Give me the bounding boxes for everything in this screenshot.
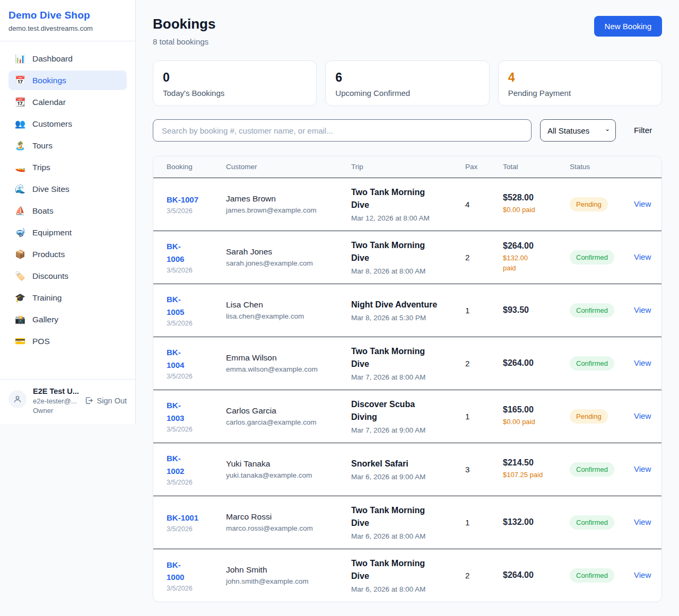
booking-id-link[interactable]: BK- 1005 bbox=[167, 293, 221, 318]
sidebar-item-discounts[interactable]: 🏷️ Discounts bbox=[8, 266, 127, 286]
sidebar-item-customers[interactable]: 👥 Customers bbox=[8, 114, 127, 134]
customer-name: James Brown bbox=[226, 194, 346, 204]
total-amount: $132.00 bbox=[503, 517, 564, 527]
avatar bbox=[8, 390, 27, 408]
trip-datetime: Mar 6, 2026 at 9:00 AM bbox=[351, 473, 460, 481]
booking-id-link[interactable]: BK- 1000 bbox=[167, 559, 221, 584]
paid-amount: $107.25 paid bbox=[503, 470, 564, 480]
status-badge: Confirmed bbox=[570, 462, 614, 477]
trip-datetime: Mar 7, 2026 at 8:00 AM bbox=[351, 373, 460, 381]
view-link[interactable]: View bbox=[634, 252, 651, 261]
trip-name: Two Tank Morning Dive bbox=[351, 557, 460, 583]
sidebar: Demo Dive Shop demo.test.divestreams.com… bbox=[0, 0, 136, 424]
sidebar-item-label: POS bbox=[32, 337, 50, 346]
customer-name: Sarah Jones bbox=[226, 247, 346, 257]
sidebar-item-gallery[interactable]: 📸 Gallery bbox=[8, 310, 127, 329]
sidebar-item-dashboard[interactable]: 📊 Dashboard bbox=[8, 49, 127, 68]
booking-id-link[interactable]: BK- 1002 bbox=[167, 452, 221, 477]
sidebar-item-training[interactable]: 🎓 Training bbox=[8, 288, 127, 307]
trip-name: Night Dive Adventure bbox=[351, 298, 460, 311]
view-link[interactable]: View bbox=[634, 305, 651, 314]
sidebar-item-dive-sites[interactable]: 🌊 Dive Sites bbox=[8, 179, 127, 199]
booking-date: 3/5/2026 bbox=[167, 320, 221, 327]
page-header: Bookings 8 total bookings New Booking bbox=[153, 16, 662, 46]
booking-date: 3/5/2026 bbox=[167, 426, 221, 433]
view-link[interactable]: View bbox=[634, 464, 651, 473]
filter-button[interactable]: Filter bbox=[634, 126, 652, 135]
sidebar-item-boats[interactable]: ⛵ Boats bbox=[8, 201, 127, 221]
total-amount: $264.00 bbox=[503, 570, 564, 580]
customer-name: Emma Wilson bbox=[226, 353, 346, 363]
island-icon: 🏝️ bbox=[15, 140, 25, 151]
sailboat-icon: ⛵ bbox=[15, 206, 25, 216]
trip-datetime: Mar 8, 2026 at 5:30 PM bbox=[351, 314, 460, 322]
view-link[interactable]: View bbox=[634, 358, 651, 367]
customer-name: Marco Rossi bbox=[226, 512, 346, 522]
pax-count: 1 bbox=[465, 518, 498, 527]
bookings-table-card: Booking Customer Trip Pax Total Status B… bbox=[153, 156, 662, 602]
pax-count: 4 bbox=[465, 200, 498, 209]
sign-out-label: Sign Out bbox=[97, 397, 127, 405]
sidebar-item-label: Customers bbox=[32, 119, 72, 129]
sidebar-item-label: Boats bbox=[32, 206, 54, 216]
sidebar-item-label: Training bbox=[32, 293, 62, 303]
sidebar-item-label: Gallery bbox=[32, 315, 58, 324]
sidebar-item-label: Dive Sites bbox=[32, 184, 69, 194]
view-link[interactable]: View bbox=[634, 570, 651, 579]
pax-count: 3 bbox=[465, 465, 498, 474]
total-amount: $264.00 bbox=[503, 241, 564, 251]
status-filter-select[interactable]: All Statuses bbox=[540, 119, 616, 142]
person-icon bbox=[13, 395, 22, 403]
page-title: Bookings bbox=[153, 16, 215, 32]
booking-id-link[interactable]: BK- 1006 bbox=[167, 240, 221, 265]
trip-datetime: Mar 6, 2026 at 8:00 AM bbox=[351, 585, 460, 593]
booking-date: 3/5/2026 bbox=[167, 267, 221, 274]
pax-count: 2 bbox=[465, 359, 498, 368]
sign-out-button[interactable]: Sign Out bbox=[84, 396, 127, 405]
view-link[interactable]: View bbox=[634, 199, 651, 208]
sidebar-item-equipment[interactable]: 🤿 Equipment bbox=[8, 223, 127, 242]
view-link[interactable]: View bbox=[634, 411, 651, 420]
view-link[interactable]: View bbox=[634, 517, 651, 526]
booking-id-link[interactable]: BK-1007 bbox=[167, 193, 221, 206]
stat-label: Today's Bookings bbox=[163, 89, 307, 98]
pax-count: 1 bbox=[465, 412, 498, 421]
shop-subdomain: demo.test.divestreams.com bbox=[8, 24, 127, 32]
customer-name: John Smith bbox=[226, 565, 346, 575]
table-row: BK- 1000 3/5/2026 John Smith john.smith@… bbox=[153, 549, 662, 602]
booking-date: 3/5/2026 bbox=[167, 207, 221, 215]
graduation-cap-icon: 🎓 bbox=[15, 293, 25, 303]
booking-id-link[interactable]: BK- 1003 bbox=[167, 399, 221, 424]
sidebar-nav: 📊 Dashboard 📅 Bookings 📆 Calendar 👥 Cust… bbox=[0, 41, 135, 379]
new-booking-button[interactable]: New Booking bbox=[594, 16, 662, 37]
stat-card-pending-payment: 4 Pending Payment bbox=[498, 60, 662, 106]
camera-icon: 📸 bbox=[15, 314, 25, 324]
booking-date: 3/5/2026 bbox=[167, 373, 221, 380]
customer-email: marco.rossi@example.com bbox=[226, 524, 346, 532]
column-header-actions bbox=[634, 156, 662, 178]
bar-chart-icon: 📊 bbox=[15, 54, 25, 64]
total-bookings-count: 8 total bookings bbox=[153, 37, 215, 46]
status-badge: Pending bbox=[570, 197, 608, 212]
sidebar-item-calendar[interactable]: 📆 Calendar bbox=[8, 92, 127, 112]
sidebar-item-bookings[interactable]: 📅 Bookings bbox=[8, 71, 127, 90]
customer-email: john.smith@example.com bbox=[226, 577, 346, 585]
stat-card-upcoming-confirmed: 6 Upcoming Confirmed bbox=[325, 60, 489, 106]
total-amount: $528.00 bbox=[503, 193, 564, 203]
sidebar-item-products[interactable]: 📦 Products bbox=[8, 244, 127, 264]
booking-id-link[interactable]: BK-1001 bbox=[167, 512, 221, 524]
total-amount: $214.50 bbox=[503, 458, 564, 468]
customer-email: yuki.tanaka@example.com bbox=[226, 471, 346, 479]
booking-id-link[interactable]: BK- 1004 bbox=[167, 346, 221, 371]
sidebar-item-tours[interactable]: 🏝️ Tours bbox=[8, 136, 127, 155]
speedboat-icon: 🚤 bbox=[15, 162, 25, 172]
sidebar-item-trips[interactable]: 🚤 Trips bbox=[8, 157, 127, 177]
calendar-icon: 📅 bbox=[15, 75, 25, 85]
customer-email: sarah.jones@example.com bbox=[226, 259, 346, 267]
customer-email: carlos.garcia@example.com bbox=[226, 418, 346, 426]
booking-date: 3/5/2026 bbox=[167, 525, 221, 533]
sidebar-item-pos[interactable]: 💳 POS bbox=[8, 331, 127, 351]
sidebar-item-label: Trips bbox=[32, 163, 50, 172]
table-row: BK- 1005 3/5/2026 Lisa Chen lisa.chen@ex… bbox=[153, 284, 662, 337]
search-input[interactable] bbox=[153, 119, 532, 142]
